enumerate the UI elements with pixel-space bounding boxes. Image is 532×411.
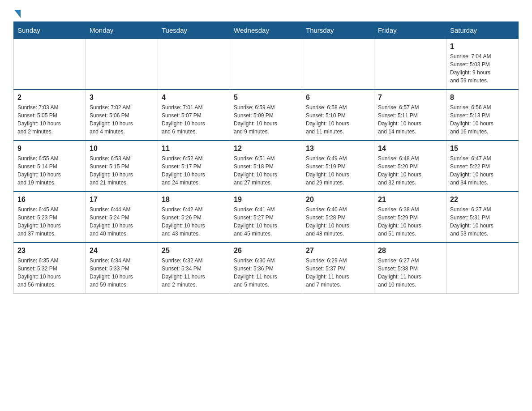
calendar-cell: 27Sunrise: 6:29 AMSunset: 5:37 PMDayligh… [302,243,374,294]
day-info: Sunrise: 6:47 AMSunset: 5:22 PMDaylight:… [450,154,515,187]
day-number: 19 [234,196,298,204]
calendar-cell: 2Sunrise: 7:03 AMSunset: 5:05 PMDaylight… [14,90,86,141]
day-info: Sunrise: 7:02 AMSunset: 5:06 PMDaylight:… [90,103,154,136]
weekday-header-sunday: Sunday [14,22,86,39]
day-info: Sunrise: 6:56 AMSunset: 5:13 PMDaylight:… [450,103,515,136]
calendar-cell: 7Sunrise: 6:57 AMSunset: 5:11 PMDaylight… [374,90,446,141]
calendar-cell: 10Sunrise: 6:53 AMSunset: 5:15 PMDayligh… [86,141,158,192]
calendar-cell [446,243,519,294]
day-number: 8 [450,94,515,102]
day-info: Sunrise: 6:35 AMSunset: 5:32 PMDaylight:… [17,257,82,289]
calendar-cell [14,39,86,90]
day-number: 27 [306,247,370,255]
calendar-cell: 21Sunrise: 6:38 AMSunset: 5:29 PMDayligh… [374,192,446,243]
day-number: 11 [162,145,226,153]
calendar-cell [86,39,158,90]
calendar-week-row-2: 2Sunrise: 7:03 AMSunset: 5:05 PMDaylight… [14,90,519,141]
day-info: Sunrise: 6:40 AMSunset: 5:28 PMDaylight:… [306,206,370,238]
calendar-cell: 16Sunrise: 6:45 AMSunset: 5:23 PMDayligh… [14,192,86,243]
calendar-cell [230,39,302,90]
day-number: 26 [234,247,298,255]
day-info: Sunrise: 6:59 AMSunset: 5:09 PMDaylight:… [234,103,298,136]
day-info: Sunrise: 7:03 AMSunset: 5:05 PMDaylight:… [17,103,82,136]
weekday-header-saturday: Saturday [446,22,519,39]
calendar-week-row-1: 1Sunrise: 7:04 AMSunset: 5:03 PMDaylight… [14,39,519,90]
day-number: 6 [306,94,370,102]
calendar-cell: 9Sunrise: 6:55 AMSunset: 5:14 PMDaylight… [14,141,86,192]
day-info: Sunrise: 6:38 AMSunset: 5:29 PMDaylight:… [378,206,442,238]
day-info: Sunrise: 6:44 AMSunset: 5:24 PMDaylight:… [90,206,154,238]
calendar-cell: 4Sunrise: 7:01 AMSunset: 5:07 PMDaylight… [158,90,230,141]
day-info: Sunrise: 6:34 AMSunset: 5:33 PMDaylight:… [90,257,154,289]
day-number: 18 [162,196,226,204]
calendar-cell: 19Sunrise: 6:41 AMSunset: 5:27 PMDayligh… [230,192,302,243]
calendar-cell: 23Sunrise: 6:35 AMSunset: 5:32 PMDayligh… [14,243,86,294]
calendar-cell: 12Sunrise: 6:51 AMSunset: 5:18 PMDayligh… [230,141,302,192]
calendar-cell: 3Sunrise: 7:02 AMSunset: 5:06 PMDaylight… [86,90,158,141]
day-info: Sunrise: 6:58 AMSunset: 5:10 PMDaylight:… [306,103,370,136]
calendar-cell: 18Sunrise: 6:42 AMSunset: 5:26 PMDayligh… [158,192,230,243]
day-info: Sunrise: 6:37 AMSunset: 5:31 PMDaylight:… [450,206,515,238]
day-info: Sunrise: 6:55 AMSunset: 5:14 PMDaylight:… [17,154,82,187]
calendar-week-row-4: 16Sunrise: 6:45 AMSunset: 5:23 PMDayligh… [14,192,519,243]
day-number: 3 [90,94,154,102]
calendar-cell: 15Sunrise: 6:47 AMSunset: 5:22 PMDayligh… [446,141,519,192]
day-info: Sunrise: 6:30 AMSunset: 5:36 PMDaylight:… [234,257,298,289]
day-info: Sunrise: 7:04 AMSunset: 5:03 PMDaylight:… [450,52,515,85]
calendar-cell: 6Sunrise: 6:58 AMSunset: 5:10 PMDaylight… [302,90,374,141]
calendar-cell [302,39,374,90]
day-info: Sunrise: 6:27 AMSunset: 5:38 PMDaylight:… [378,257,442,289]
calendar-cell: 22Sunrise: 6:37 AMSunset: 5:31 PMDayligh… [446,192,519,243]
calendar-cell: 13Sunrise: 6:49 AMSunset: 5:19 PMDayligh… [302,141,374,192]
calendar-cell: 14Sunrise: 6:48 AMSunset: 5:20 PMDayligh… [374,141,446,192]
day-number: 25 [162,247,226,255]
day-number: 1 [450,43,515,51]
day-info: Sunrise: 6:57 AMSunset: 5:11 PMDaylight:… [378,103,442,136]
calendar-cell: 26Sunrise: 6:30 AMSunset: 5:36 PMDayligh… [230,243,302,294]
day-info: Sunrise: 6:45 AMSunset: 5:23 PMDaylight:… [17,206,82,238]
calendar-week-row-3: 9Sunrise: 6:55 AMSunset: 5:14 PMDaylight… [14,141,519,192]
weekday-header-monday: Monday [86,22,158,39]
logo [13,9,21,17]
day-info: Sunrise: 6:49 AMSunset: 5:19 PMDaylight:… [306,154,370,187]
day-number: 22 [450,196,515,204]
day-info: Sunrise: 7:01 AMSunset: 5:07 PMDaylight:… [162,103,226,136]
calendar-cell: 28Sunrise: 6:27 AMSunset: 5:38 PMDayligh… [374,243,446,294]
calendar-cell: 5Sunrise: 6:59 AMSunset: 5:09 PMDaylight… [230,90,302,141]
day-info: Sunrise: 6:51 AMSunset: 5:18 PMDaylight:… [234,154,298,187]
calendar-cell: 17Sunrise: 6:44 AMSunset: 5:24 PMDayligh… [86,192,158,243]
day-info: Sunrise: 6:48 AMSunset: 5:20 PMDaylight:… [378,154,442,187]
logo-arrow-icon [14,10,21,18]
day-info: Sunrise: 6:42 AMSunset: 5:26 PMDaylight:… [162,206,226,238]
calendar-cell [374,39,446,90]
page-header [13,9,519,17]
calendar-header-row: SundayMondayTuesdayWednesdayThursdayFrid… [14,22,519,39]
weekday-header-tuesday: Tuesday [158,22,230,39]
day-number: 16 [17,196,82,204]
day-number: 10 [90,145,154,153]
day-number: 24 [90,247,154,255]
day-number: 15 [450,145,515,153]
calendar-week-row-5: 23Sunrise: 6:35 AMSunset: 5:32 PMDayligh… [14,243,519,294]
day-info: Sunrise: 6:29 AMSunset: 5:37 PMDaylight:… [306,257,370,289]
calendar-cell: 1Sunrise: 7:04 AMSunset: 5:03 PMDaylight… [446,39,519,90]
day-number: 7 [378,94,442,102]
day-number: 4 [162,94,226,102]
day-number: 5 [234,94,298,102]
day-number: 9 [17,145,82,153]
day-number: 20 [306,196,370,204]
calendar-cell: 11Sunrise: 6:52 AMSunset: 5:17 PMDayligh… [158,141,230,192]
weekday-header-friday: Friday [374,22,446,39]
day-info: Sunrise: 6:53 AMSunset: 5:15 PMDaylight:… [90,154,154,187]
day-number: 2 [17,94,82,102]
weekday-header-thursday: Thursday [302,22,374,39]
calendar-cell [158,39,230,90]
day-info: Sunrise: 6:52 AMSunset: 5:17 PMDaylight:… [162,154,226,187]
calendar-table: SundayMondayTuesdayWednesdayThursdayFrid… [13,21,519,294]
calendar-cell: 24Sunrise: 6:34 AMSunset: 5:33 PMDayligh… [86,243,158,294]
calendar-cell: 20Sunrise: 6:40 AMSunset: 5:28 PMDayligh… [302,192,374,243]
day-info: Sunrise: 6:32 AMSunset: 5:34 PMDaylight:… [162,257,226,289]
day-number: 23 [17,247,82,255]
day-number: 12 [234,145,298,153]
calendar-cell: 25Sunrise: 6:32 AMSunset: 5:34 PMDayligh… [158,243,230,294]
